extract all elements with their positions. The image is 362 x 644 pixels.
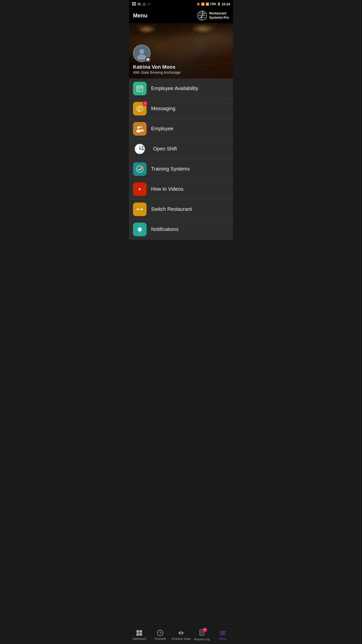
svg-rect-17 xyxy=(141,88,142,89)
messaging-badge: 3 xyxy=(143,101,148,106)
menu-item-employee-availability[interactable]: Employee Availability xyxy=(129,78,233,99)
training-systems-label: Training Systems xyxy=(151,166,190,172)
svg-point-48 xyxy=(139,227,140,228)
status-icons-left: 🖼 ✉ ⚠ ··· xyxy=(132,2,151,7)
header-menu-label: Menu xyxy=(133,12,147,19)
more-icon: ··· xyxy=(147,2,151,6)
svg-point-37 xyxy=(141,148,144,150)
svg-rect-15 xyxy=(138,88,139,89)
employee-label: Employee xyxy=(151,126,173,132)
status-icons-right: 🔇 📶 📶 13% 🔋 15:34 xyxy=(197,2,230,6)
how-to-videos-icon xyxy=(133,182,147,196)
mute-icon: 🔇 xyxy=(197,3,200,6)
svg-rect-16 xyxy=(139,88,140,89)
svg-point-47 xyxy=(139,231,141,232)
notifications-icon xyxy=(133,223,147,236)
menu-item-open-shift[interactable]: Open Shift xyxy=(129,139,233,159)
notifications-label: Notifications xyxy=(151,226,178,232)
messaging-label: Messaging xyxy=(151,106,175,111)
mail-icon: ✉ xyxy=(138,2,141,7)
photo-icon: 🖼 xyxy=(132,2,136,6)
status-bar: 🖼 ✉ ⚠ ··· 🔇 📶 📶 13% 🔋 15:34 xyxy=(129,0,233,8)
camera-icon xyxy=(146,58,149,61)
switch-restaurant-icon xyxy=(133,203,147,216)
alert-icon: ⚠ xyxy=(142,2,146,7)
employee-availability-label: Employee Availability xyxy=(151,86,198,91)
employee-icon xyxy=(133,122,147,136)
training-systems-icon xyxy=(133,162,147,176)
svg-point-35 xyxy=(139,148,140,149)
svg-point-36 xyxy=(142,146,144,148)
messaging-icon: 3 xyxy=(133,102,147,115)
svg-line-4 xyxy=(199,38,204,78)
app-header: Menu Restaurant Systems Pro xyxy=(129,8,233,23)
menu-item-switch-restaurant[interactable]: Switch Restaurant xyxy=(129,199,233,219)
menu-item-how-to-videos[interactable]: How to Videos xyxy=(129,179,233,199)
menu-list: Employee Availability 3 Messaging xyxy=(129,78,233,239)
restaurant-systems-logo-icon xyxy=(197,11,207,21)
signal-icon: 📶 xyxy=(206,3,209,6)
open-shift-icon xyxy=(133,142,147,156)
switch-restaurant-label: Switch Restaurant xyxy=(151,206,192,212)
svg-point-6 xyxy=(138,25,155,31)
menu-item-messaging[interactable]: 3 Messaging xyxy=(129,99,233,119)
battery-percent: 13% xyxy=(210,2,216,6)
svg-point-25 xyxy=(136,130,141,133)
menu-item-employee[interactable]: Employee xyxy=(129,119,233,139)
menu-item-notifications[interactable]: Notifications xyxy=(129,219,233,239)
employee-availability-icon xyxy=(133,82,147,95)
svg-point-9 xyxy=(139,49,144,54)
clock-time: 15:34 xyxy=(222,2,230,6)
svg-rect-18 xyxy=(138,90,139,91)
svg-rect-19 xyxy=(139,90,140,91)
camera-badge[interactable] xyxy=(145,57,151,62)
svg-point-26 xyxy=(140,126,142,128)
profile-area: Katrina Von Moos 49th State Brewing Anch… xyxy=(133,45,180,74)
wifi-icon: 📶 xyxy=(201,3,205,6)
avatar-wrapper[interactable] xyxy=(133,45,151,62)
battery-icon: 🔋 xyxy=(217,3,221,6)
how-to-videos-label: How to Videos xyxy=(151,186,184,192)
logo-text: Restaurant Systems Pro xyxy=(209,11,229,20)
svg-point-8 xyxy=(193,23,216,31)
open-shift-label: Open Shift xyxy=(151,146,177,152)
svg-point-27 xyxy=(140,129,144,132)
logo-area: Restaurant Systems Pro xyxy=(197,11,229,21)
profile-restaurant: 49th State Brewing Anchorage xyxy=(133,70,180,74)
hero-section: Katrina Von Moos 49th State Brewing Anch… xyxy=(129,23,233,78)
svg-point-24 xyxy=(137,126,140,129)
profile-name: Katrina Von Moos xyxy=(133,64,180,70)
menu-item-training-systems[interactable]: Training Systems xyxy=(129,159,233,179)
